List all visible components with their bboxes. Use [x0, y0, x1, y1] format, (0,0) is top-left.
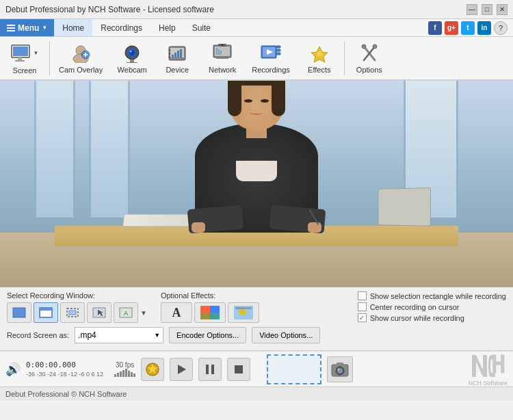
svg-rect-2 [18, 57, 22, 60]
video-options-button[interactable]: Video Options... [252, 327, 320, 343]
svg-rect-29 [216, 48, 218, 55]
menu-item-suite[interactable]: Suite [184, 19, 219, 36]
menu-bar: Menu ▼ Home Recordings Help Suite f g+ t… [0, 19, 513, 37]
full-screen-btn[interactable] [7, 302, 31, 323]
svg-rect-28 [216, 57, 228, 59]
show-rectangle-label: Show selection rectangle while recording [370, 292, 506, 300]
toolbar-device[interactable]: Device [155, 39, 199, 77]
show-cursor-checkbox[interactable] [358, 313, 367, 322]
svg-rect-63 [235, 365, 243, 373]
close-button[interactable]: ✕ [497, 4, 508, 15]
screen-label: Screen [13, 66, 37, 75]
window-btn[interactable] [34, 302, 58, 323]
auto-detect-btn[interactable]: A [114, 302, 138, 323]
toolbar-cam-overlay[interactable]: Cam Overlay [53, 39, 109, 77]
network-icon [211, 42, 233, 64]
options-label: Options [356, 66, 382, 74]
text-effect-btn[interactable]: A [161, 302, 192, 323]
window-controls: — □ ✕ [466, 4, 508, 15]
record-as-label: Record Screen as: [7, 331, 69, 339]
nch-software-label: NCH Software [468, 380, 508, 386]
svg-point-38 [317, 51, 322, 57]
optional-effects-section: Optional Effects: A [161, 291, 259, 323]
svg-rect-18 [169, 53, 170, 55]
googleplus-icon[interactable]: g+ [445, 21, 458, 35]
select-window-label: Select Recording Window: [7, 291, 147, 300]
play-button[interactable] [170, 358, 193, 381]
menu-social-area: f g+ t in ? [428, 21, 513, 35]
svg-rect-54 [200, 313, 220, 319]
linkedin-icon[interactable]: in [477, 21, 491, 35]
optional-effects-label: Optional Effects: [161, 291, 259, 300]
svg-point-67 [338, 368, 340, 370]
fps-display: 30 fps [116, 361, 134, 369]
menu-item-recordings[interactable]: Recordings [92, 19, 150, 36]
watermark-effect-btn[interactable] [228, 302, 259, 323]
fps-bars-visual [114, 369, 135, 377]
pause-button[interactable] [198, 358, 222, 381]
svg-rect-13 [130, 60, 134, 62]
controls-row1: Select Recording Window: A ▼ [7, 291, 506, 323]
toolbar-screen[interactable]: ▼ Screen [3, 39, 47, 77]
svg-rect-14 [127, 62, 137, 63]
center-cursor-checkbox[interactable] [358, 302, 367, 311]
recording-checkboxes: Show selection rectangle while recording… [358, 291, 506, 322]
svg-rect-37 [276, 53, 280, 55]
webcam-label: Webcam [118, 66, 147, 74]
svg-rect-31 [220, 51, 222, 55]
follow-cursor-btn[interactable] [87, 302, 111, 323]
volume-icon[interactable]: 🔊 [5, 362, 21, 377]
svg-marker-60 [178, 365, 186, 374]
select-recording-section: Select Recording Window: A ▼ [7, 291, 147, 323]
color-effect-btn[interactable] [194, 302, 226, 323]
nch-logo: NCH Software [468, 352, 508, 386]
toolbar: ▼ Screen Cam Overlay [0, 37, 513, 81]
webcam-icon [121, 42, 143, 64]
svg-point-41 [362, 44, 366, 49]
format-select[interactable]: .mp4 ▼ [75, 327, 163, 343]
preview-thumbnail [267, 354, 321, 384]
menu-dropdown-button[interactable]: Menu ▼ [0, 19, 54, 36]
hamburger-icon [7, 25, 15, 31]
format-dropdown-arrow: ▼ [154, 332, 160, 339]
screen-dropdown-arrow: ▼ [34, 50, 39, 56]
snapshot-button[interactable] [327, 356, 353, 382]
toolbar-divider-1 [49, 41, 50, 75]
stop-button[interactable] [227, 358, 250, 381]
maximize-button[interactable]: □ [482, 4, 492, 15]
svg-rect-36 [276, 49, 280, 51]
toolbar-effects[interactable]: Effects [298, 39, 341, 77]
menu-item-home[interactable]: Home [54, 19, 92, 36]
toolbar-divider-2 [344, 41, 345, 75]
svg-rect-17 [169, 49, 170, 51]
svg-point-27 [222, 44, 224, 46]
twitter-icon[interactable]: t [461, 21, 475, 35]
svg-point-12 [130, 50, 132, 52]
svg-rect-57 [235, 307, 252, 309]
show-rectangle-checkbox[interactable] [358, 291, 367, 300]
minimize-button[interactable]: — [466, 4, 477, 15]
effects-label: Effects [308, 66, 330, 74]
time-display: 0:00:00.000 [26, 360, 76, 369]
recordings-label: Recordings [252, 66, 290, 74]
encoder-options-button[interactable]: Encoder Options... [169, 327, 246, 343]
show-rectangle-checkbox-row: Show selection rectangle while recording [358, 291, 506, 300]
title-bar: Debut Professional by NCH Software - Lic… [0, 0, 513, 19]
help-icon[interactable]: ? [494, 21, 508, 35]
toolbar-recordings[interactable]: Recordings [246, 39, 296, 77]
effects-icon [308, 42, 330, 64]
window-mode-dropdown[interactable]: ▼ [140, 309, 147, 317]
effects-buttons: A [161, 302, 259, 323]
svg-rect-23 [180, 49, 182, 57]
center-cursor-checkbox-row: Center recording on cursor [358, 302, 506, 311]
svg-rect-1 [13, 47, 28, 56]
cam-overlay-label: Cam Overlay [59, 66, 103, 74]
menu-item-help[interactable]: Help [150, 19, 184, 36]
scene-icon-btn[interactable] [141, 358, 164, 381]
toolbar-webcam[interactable]: Webcam [110, 39, 154, 77]
screen-icon [11, 42, 33, 64]
toolbar-network[interactable]: Network [200, 39, 244, 77]
facebook-icon[interactable]: f [428, 21, 442, 35]
region-btn[interactable] [60, 302, 85, 323]
toolbar-options[interactable]: Options [347, 39, 391, 77]
